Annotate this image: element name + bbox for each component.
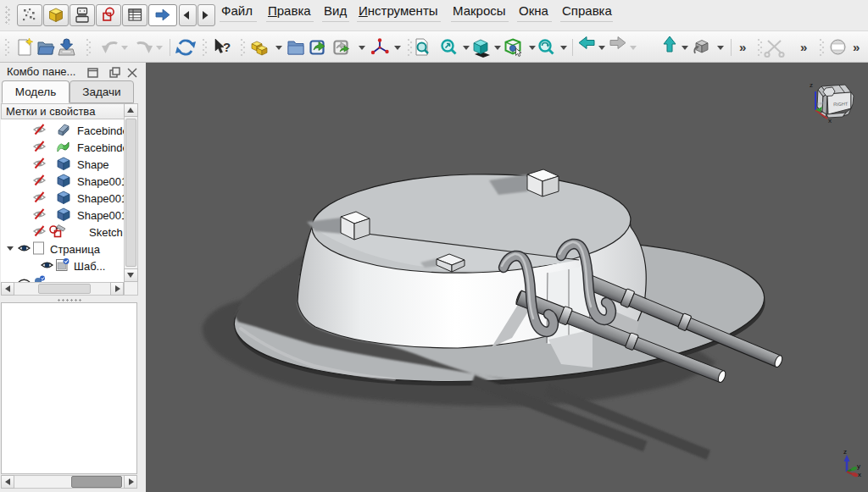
svg-text:RIGHT: RIGHT <box>833 101 849 107</box>
svg-text:»: » <box>853 40 860 54</box>
svg-text:?: ? <box>223 40 231 54</box>
svg-text:z: z <box>843 448 847 456</box>
svg-text:x: x <box>828 117 832 124</box>
svg-text:y: y <box>857 462 860 470</box>
svg-text:»: » <box>800 40 807 54</box>
svg-text:»: » <box>739 40 746 54</box>
svg-text:x: x <box>858 471 861 478</box>
svg-text:z: z <box>810 81 813 89</box>
